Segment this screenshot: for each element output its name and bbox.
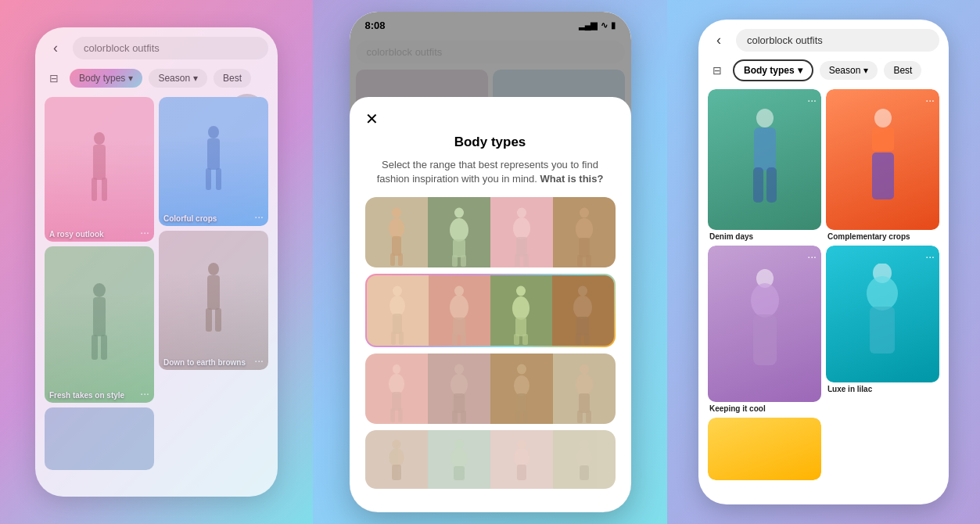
body-row-1[interactable] [365,197,616,267]
body-cell-3-1 [365,354,428,424]
chip-body-types-left[interactable]: Body types ▾ [70,69,142,88]
search-input-right[interactable]: colorblock outfits [736,29,939,52]
pin-label-2: Colorful crops [163,214,217,223]
modal-sheet: ✕ Body types Select the range that best … [350,97,631,512]
svg-rect-5 [93,297,106,336]
svg-rect-96 [872,127,894,151]
svg-point-99 [867,276,898,310]
svg-rect-6 [92,335,98,360]
filter-icon-right[interactable]: ⊟ [708,61,727,80]
phone-middle: 8:08 ▂▄▆ ∿ ▮ colorblock outfits ✕ Body t… [350,12,631,512]
search-input-left[interactable]: colorblock outfits [73,37,268,59]
chip-body-types-right[interactable]: Body types ▾ [733,59,813,81]
pin-complementary[interactable]: Complementary crops ··· [826,89,939,241]
pin-card-3[interactable]: Fresh takes on style ··· [45,246,154,403]
svg-rect-53 [576,317,589,336]
svg-rect-23 [453,239,465,257]
chip-best-right[interactable]: Best [884,61,921,80]
chip-season-right[interactable]: Season ▾ [820,61,878,80]
chip-season-left[interactable]: Season ▾ [149,69,207,88]
body-cell-1-2 [428,197,490,267]
pin-label-denim: Denim days [708,232,821,241]
svg-point-83 [514,448,529,467]
svg-rect-54 [576,333,581,345]
svg-rect-2 [92,178,97,201]
svg-rect-68 [517,393,526,413]
body-row-4[interactable] [365,430,616,489]
search-bar-left: ‹ colorblock outfits [45,37,268,59]
pin-more-denim[interactable]: ··· [807,94,817,106]
pin-grid-right: Denim days ··· Keeping it cool ··· [708,89,939,480]
pin-denim-days[interactable]: Denim days ··· [708,89,821,241]
back-button-right[interactable]: ‹ [708,30,730,52]
svg-point-82 [517,440,526,449]
svg-rect-63 [454,393,465,413]
pin-card-1[interactable]: A rosy outlook ··· [45,97,154,242]
body-cell-2-4 [552,275,614,346]
pin-more-cool[interactable]: ··· [925,250,935,263]
svg-point-80 [451,448,468,468]
body-cell-3-3 [490,354,553,424]
pin-card-4[interactable]: Down to earth browns ··· [159,231,268,370]
svg-point-67 [514,375,529,396]
pin-more-1[interactable]: ··· [140,226,149,239]
body-row-2[interactable] [365,274,616,347]
pin-luxe-lilac[interactable]: Keeping it cool ··· [708,246,821,413]
pin-card-2[interactable]: Colorful crops ··· [159,97,268,226]
svg-rect-45 [461,332,466,345]
filter-icon-left[interactable]: ⊟ [45,69,63,88]
pin-card-5[interactable] [45,407,154,470]
masonry-left: A rosy outlook ··· Fresh takes [45,97,268,470]
svg-point-95 [874,109,892,127]
pin-more-4[interactable]: ··· [254,354,264,367]
svg-point-72 [576,374,593,396]
modal-close-button[interactable]: ✕ [365,109,616,128]
body-type-grid [365,197,616,489]
svg-rect-81 [454,466,465,480]
svg-point-66 [517,364,526,375]
pin-keeping-cool[interactable]: Luxe in lilac ··· [826,246,939,393]
svg-rect-38 [393,314,402,334]
body-cell-4-3 [490,430,553,489]
filter-row-left: ⊟ Body types ▾ Season ▾ Best [45,69,268,88]
svg-point-16 [392,208,401,218]
svg-rect-94 [753,314,777,365]
pin-more-3[interactable]: ··· [140,387,149,400]
pin-label-cool: Luxe in lilac [826,385,939,393]
modal-title: Body types [365,135,616,150]
pin-label-3: Fresh takes on style [49,391,124,400]
svg-point-61 [454,364,464,375]
body-row-3[interactable] [365,354,616,424]
svg-rect-35 [586,255,591,267]
phone-right: ‹ colorblock outfits ⊟ Body types ▾ Seas… [698,20,949,504]
svg-point-52 [573,296,592,319]
back-button-left[interactable]: ‹ [45,38,66,59]
masonry-col-2: Colorful crops ··· Down to ear [159,97,268,470]
svg-rect-43 [453,318,465,335]
svg-rect-3 [102,178,107,201]
svg-point-17 [389,218,404,239]
pin-yellow[interactable] [708,418,821,480]
svg-point-4 [93,283,106,297]
svg-rect-64 [452,411,458,423]
masonry-col-1: A rosy outlook ··· Fresh takes [45,97,154,470]
svg-point-77 [389,448,404,467]
chip-best-left[interactable]: Best [214,69,251,88]
pin-more-2[interactable]: ··· [254,210,264,223]
svg-rect-33 [579,238,590,257]
svg-rect-69 [515,411,520,423]
svg-rect-28 [516,237,527,257]
svg-point-26 [517,208,526,218]
filter-row-right: ⊟ Body types ▾ Season ▾ Best [708,59,939,81]
svg-point-79 [454,440,464,449]
svg-rect-100 [870,307,895,354]
pin-more-lilac[interactable]: ··· [807,250,817,263]
body-cell-4-2 [428,430,490,489]
phone-left: ‹ colorblock outfits ⊟ Body types ▾ Seas… [35,27,278,497]
search-bar-right: ‹ colorblock outfits [708,29,939,52]
svg-rect-70 [523,411,528,423]
body-cell-2-3 [490,275,552,346]
svg-point-56 [393,364,400,374]
pin-more-crops[interactable]: ··· [925,94,935,106]
svg-rect-49 [514,334,519,345]
